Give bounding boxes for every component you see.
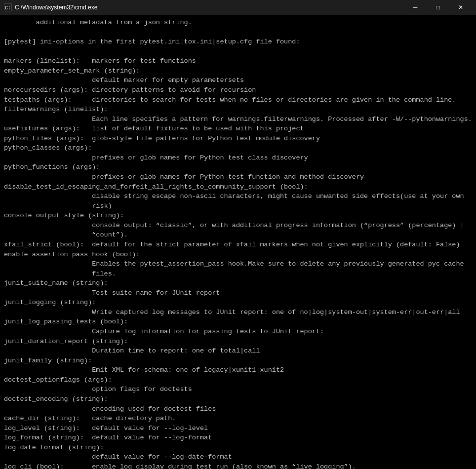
- terminal-output: additional metadata from a json string. …: [0, 15, 476, 469]
- minimize-button[interactable]: ─: [404, 0, 427, 15]
- window-controls: ─ □ ✕: [404, 0, 472, 15]
- close-button[interactable]: ✕: [449, 0, 472, 15]
- titlebar: C: C:\Windows\system32\cmd.exe ─ □ ✕: [0, 0, 476, 15]
- maximize-button[interactable]: □: [427, 0, 449, 15]
- window: C: C:\Windows\system32\cmd.exe ─ □ ✕ add…: [0, 0, 476, 469]
- window-title: C:\Windows\system32\cmd.exe: [15, 4, 404, 11]
- app-icon: C:: [4, 3, 12, 11]
- svg-text:C:: C:: [5, 5, 11, 11]
